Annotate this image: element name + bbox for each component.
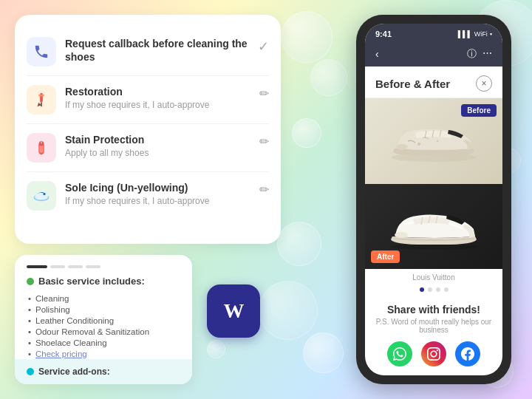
battery-icon: ▪ — [490, 30, 492, 38]
bubble-decoration — [281, 11, 332, 63]
callback-content: Request callback before cleaning the sho… — [65, 37, 269, 64]
restoration-edit[interactable]: ✏ — [259, 86, 269, 100]
before-shoe-svg — [386, 119, 482, 163]
basic-service-panel: Basic service includes: Cleaning Polishi… — [15, 255, 192, 384]
basic-service-list: Cleaning Polishing Leather Conditioning … — [27, 293, 180, 359]
share-subtitle: P.S. Word of mouth really helps our busi… — [375, 318, 492, 334]
service-restoration[interactable]: Restoration If my shoe requires it, I au… — [27, 76, 269, 124]
svg-rect-1 — [38, 95, 44, 97]
svg-point-12 — [437, 140, 439, 142]
bubble-decoration — [303, 332, 344, 373]
dot-3 — [68, 265, 83, 268]
svg-point-13 — [389, 244, 478, 250]
stain-edit[interactable]: ✏ — [259, 134, 269, 149]
callback-title: Request callback before cleaning the sho… — [65, 37, 269, 64]
more-icon[interactable]: ⋯ — [482, 47, 492, 61]
list-item: Leather Conditioning — [27, 315, 180, 326]
before-image: Before — [365, 98, 502, 184]
restoration-title: Restoration — [65, 85, 269, 98]
bubble-decoration — [292, 118, 321, 148]
bubble-decoration — [310, 59, 347, 96]
info-icon[interactable]: ⓘ — [467, 47, 477, 61]
w-logo-label: W — [224, 299, 244, 323]
share-section: Share with friends! P.S. Word of mouth r… — [365, 296, 502, 375]
sole-content: Sole Icing (Un-yellowing) If my shoe req… — [65, 181, 269, 206]
list-item: Odour Removal & Sanitization — [27, 326, 180, 337]
svg-rect-3 — [41, 141, 42, 144]
sole-icon — [27, 181, 56, 211]
w-logo-button[interactable]: W — [207, 284, 260, 338]
bubble-decoration — [207, 340, 225, 358]
nav-bar: ‹ ⓘ ⋯ — [365, 43, 502, 66]
nav-icons: ⓘ ⋯ — [467, 47, 492, 61]
status-time: 9:41 — [375, 30, 392, 38]
carousel-dot-2 — [428, 287, 432, 292]
stain-subtitle: Apply to all my shoes — [65, 148, 269, 158]
phone-screen: 9:41 ▌▌▌ WiFi ▪ ‹ ⓘ ⋯ Before & After × — [365, 24, 502, 375]
restoration-subtitle: If my shoe requires it, I auto-approve — [65, 100, 269, 110]
phone-mockup: 9:41 ▌▌▌ WiFi ▪ ‹ ⓘ ⋯ Before & After × — [356, 15, 511, 384]
brand-label: Louis Vuitton — [365, 269, 502, 284]
modal-title: Before & After — [375, 78, 450, 90]
signal-icon: ▌▌▌ — [458, 30, 472, 38]
check-pricing-link[interactable]: Check pricing — [27, 348, 180, 359]
before-badge: Before — [461, 104, 497, 117]
modal-header: Before & After × — [365, 66, 502, 98]
callback-icon — [27, 37, 56, 66]
whatsapp-button[interactable] — [387, 341, 412, 366]
wifi-icon: WiFi — [474, 30, 488, 38]
service-sole[interactable]: Sole Icing (Un-yellowing) If my shoe req… — [27, 172, 269, 219]
shoe-images-container: Before — [365, 98, 502, 269]
modal-close-button[interactable]: × — [476, 75, 492, 92]
sole-subtitle: If my shoe requires it, I auto-approve — [65, 196, 269, 206]
bubble-decoration — [259, 281, 318, 340]
list-item: Shoelace Cleaning — [27, 337, 180, 348]
stain-content: Stain Protection Apply to all my shoes — [65, 133, 269, 158]
stain-title: Stain Protection — [65, 133, 269, 146]
carousel-dot-1 — [420, 287, 424, 292]
after-image: After — [365, 184, 502, 270]
services-panel: Request callback before cleaning the sho… — [15, 15, 281, 244]
basic-service-title: Basic service includes: — [27, 276, 180, 287]
social-icons-container — [375, 341, 492, 366]
svg-point-5 — [43, 193, 45, 195]
carousel-dot-4 — [444, 287, 449, 292]
phone-content: Before & After × — [365, 66, 502, 375]
stain-icon — [27, 133, 56, 163]
facebook-button[interactable] — [455, 341, 480, 366]
sole-title: Sole Icing (Un-yellowing) — [65, 181, 269, 194]
pagination — [27, 265, 180, 268]
list-item: Polishing — [27, 304, 180, 315]
teal-dot-icon — [27, 368, 34, 375]
instagram-button[interactable] — [421, 341, 446, 366]
sole-edit[interactable]: ✏ — [259, 183, 269, 197]
restoration-content: Restoration If my shoe requires it, I au… — [65, 85, 269, 110]
green-dot-icon — [27, 278, 34, 285]
service-callback[interactable]: Request callback before cleaning the sho… — [27, 28, 269, 76]
bubble-decoration — [277, 222, 321, 266]
service-addons-bar: Service add-ons: — [15, 359, 192, 384]
service-stain[interactable]: Stain Protection Apply to all my shoes ✏ — [27, 124, 269, 172]
back-button[interactable]: ‹ — [375, 48, 379, 60]
svg-rect-2 — [41, 103, 42, 107]
svg-point-10 — [396, 144, 408, 150]
svg-point-17 — [395, 232, 408, 238]
after-badge: After — [371, 250, 400, 263]
dot-2 — [50, 265, 65, 268]
list-item: Cleaning — [27, 293, 180, 304]
carousel-dots — [365, 284, 502, 296]
carousel-dot-3 — [436, 287, 440, 292]
status-bar: 9:41 ▌▌▌ WiFi ▪ — [365, 24, 502, 43]
restoration-icon — [27, 85, 56, 115]
after-shoe-svg — [382, 202, 485, 250]
svg-point-11 — [417, 143, 420, 146]
share-title: Share with friends! — [375, 304, 492, 316]
dot-4 — [86, 265, 100, 268]
dot-1 — [27, 265, 47, 268]
callback-check: ✓ — [258, 38, 269, 55]
status-icons: ▌▌▌ WiFi ▪ — [458, 30, 492, 38]
